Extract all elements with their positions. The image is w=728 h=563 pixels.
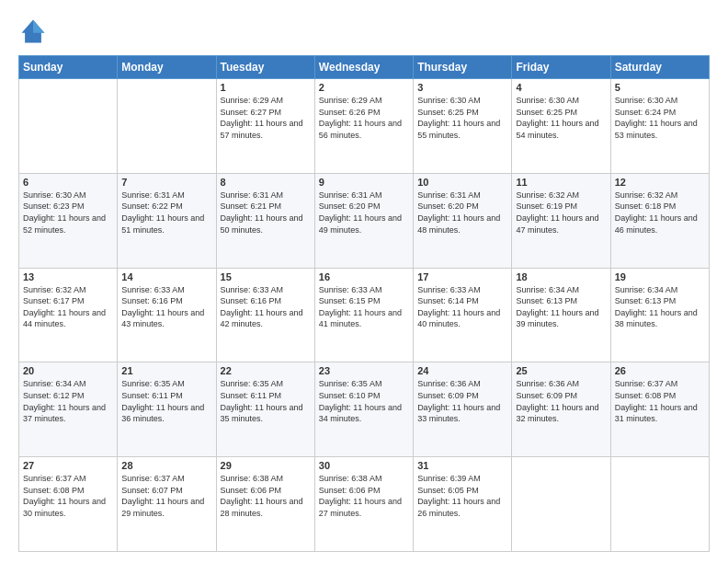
day-number: 3 <box>417 82 507 93</box>
calendar-cell <box>610 457 709 552</box>
day-number: 31 <box>417 460 507 471</box>
daylight-text: Daylight: 11 hours and 30 minutes. <box>23 497 106 518</box>
calendar-cell: 25 Sunrise: 6:36 AM Sunset: 6:09 PM Dayl… <box>512 362 610 457</box>
sunrise-text: Sunrise: 6:32 AM <box>23 285 86 294</box>
day-number: 22 <box>221 365 311 376</box>
calendar-table: SundayMondayTuesdayWednesdayThursdayFrid… <box>18 55 710 552</box>
sunset-text: Sunset: 6:08 PM <box>615 391 677 400</box>
calendar-cell: 17 Sunrise: 6:33 AM Sunset: 6:14 PM Dayl… <box>414 268 512 362</box>
logo <box>18 17 51 46</box>
sunset-text: Sunset: 6:09 PM <box>417 391 479 400</box>
daylight-text: Daylight: 11 hours and 39 minutes. <box>516 308 598 329</box>
calendar-cell: 8 Sunrise: 6:31 AM Sunset: 6:21 PM Dayli… <box>216 173 314 268</box>
sunrise-text: Sunrise: 6:30 AM <box>23 190 86 200</box>
calendar-week-row: 20 Sunrise: 6:34 AM Sunset: 6:12 PM Dayl… <box>19 362 710 457</box>
day-number: 1 <box>221 82 311 93</box>
day-number: 10 <box>417 177 507 188</box>
day-info: Sunrise: 6:35 AM Sunset: 6:11 PM Dayligh… <box>121 378 211 424</box>
daylight-text: Daylight: 11 hours and 28 minutes. <box>221 497 303 518</box>
sunset-text: Sunset: 6:23 PM <box>23 201 85 211</box>
day-info: Sunrise: 6:30 AM Sunset: 6:23 PM Dayligh… <box>23 190 113 236</box>
calendar-cell: 26 Sunrise: 6:37 AM Sunset: 6:08 PM Dayl… <box>610 362 709 457</box>
calendar-week-row: 13 Sunrise: 6:32 AM Sunset: 6:17 PM Dayl… <box>19 268 710 362</box>
daylight-text: Daylight: 11 hours and 47 minutes. <box>516 213 598 235</box>
daylight-text: Daylight: 11 hours and 41 minutes. <box>319 308 402 329</box>
weekday-header: Friday <box>512 56 610 79</box>
daylight-text: Daylight: 11 hours and 29 minutes. <box>121 497 204 518</box>
day-number: 12 <box>615 177 705 188</box>
calendar-cell: 14 Sunrise: 6:33 AM Sunset: 6:16 PM Dayl… <box>118 268 216 362</box>
calendar-cell: 20 Sunrise: 6:34 AM Sunset: 6:12 PM Dayl… <box>19 362 118 457</box>
day-info: Sunrise: 6:37 AM Sunset: 6:08 PM Dayligh… <box>615 378 705 424</box>
sunrise-text: Sunrise: 6:31 AM <box>417 190 481 200</box>
day-info: Sunrise: 6:31 AM Sunset: 6:22 PM Dayligh… <box>121 190 211 236</box>
weekday-header: Monday <box>118 56 216 79</box>
day-info: Sunrise: 6:33 AM Sunset: 6:16 PM Dayligh… <box>221 284 311 330</box>
day-number: 7 <box>121 177 211 188</box>
calendar-cell: 28 Sunrise: 6:37 AM Sunset: 6:07 PM Dayl… <box>118 457 216 552</box>
weekday-header: Tuesday <box>216 56 314 79</box>
sunrise-text: Sunrise: 6:30 AM <box>417 96 481 105</box>
calendar-week-row: 1 Sunrise: 6:29 AM Sunset: 6:27 PM Dayli… <box>19 79 710 174</box>
sunset-text: Sunset: 6:20 PM <box>319 201 381 211</box>
day-info: Sunrise: 6:31 AM Sunset: 6:21 PM Dayligh… <box>221 190 311 236</box>
sunset-text: Sunset: 6:17 PM <box>23 296 85 305</box>
sunrise-text: Sunrise: 6:34 AM <box>516 285 579 294</box>
day-number: 18 <box>516 271 606 282</box>
sunrise-text: Sunrise: 6:36 AM <box>516 379 579 388</box>
weekday-header: Thursday <box>414 56 512 79</box>
calendar-cell: 3 Sunrise: 6:30 AM Sunset: 6:25 PM Dayli… <box>414 79 512 174</box>
sunset-text: Sunset: 6:18 PM <box>615 201 677 211</box>
sunset-text: Sunset: 6:05 PM <box>417 486 479 495</box>
logo-icon <box>18 17 48 46</box>
day-info: Sunrise: 6:35 AM Sunset: 6:10 PM Dayligh… <box>319 378 409 424</box>
sunrise-text: Sunrise: 6:38 AM <box>319 474 382 483</box>
sunset-text: Sunset: 6:25 PM <box>516 108 577 117</box>
daylight-text: Daylight: 11 hours and 36 minutes. <box>121 403 204 424</box>
daylight-text: Daylight: 11 hours and 48 minutes. <box>417 213 500 235</box>
calendar-cell: 5 Sunrise: 6:30 AM Sunset: 6:24 PM Dayli… <box>610 79 709 174</box>
sunset-text: Sunset: 6:14 PM <box>417 296 479 305</box>
calendar-cell: 12 Sunrise: 6:32 AM Sunset: 6:18 PM Dayl… <box>610 173 709 268</box>
day-number: 2 <box>319 82 409 93</box>
day-info: Sunrise: 6:34 AM Sunset: 6:13 PM Dayligh… <box>516 284 606 330</box>
sunset-text: Sunset: 6:16 PM <box>121 296 183 305</box>
sunrise-text: Sunrise: 6:31 AM <box>121 190 185 200</box>
calendar-cell: 18 Sunrise: 6:34 AM Sunset: 6:13 PM Dayl… <box>512 268 610 362</box>
calendar-cell: 21 Sunrise: 6:35 AM Sunset: 6:11 PM Dayl… <box>118 362 216 457</box>
day-number: 11 <box>516 177 606 188</box>
daylight-text: Daylight: 11 hours and 32 minutes. <box>516 403 598 424</box>
day-info: Sunrise: 6:38 AM Sunset: 6:06 PM Dayligh… <box>319 473 409 519</box>
day-number: 25 <box>516 365 606 376</box>
day-info: Sunrise: 6:31 AM Sunset: 6:20 PM Dayligh… <box>319 190 409 236</box>
sunrise-text: Sunrise: 6:33 AM <box>121 285 185 294</box>
calendar-cell <box>512 457 610 552</box>
sunset-text: Sunset: 6:12 PM <box>23 391 85 400</box>
calendar-cell: 6 Sunrise: 6:30 AM Sunset: 6:23 PM Dayli… <box>19 173 118 268</box>
daylight-text: Daylight: 11 hours and 50 minutes. <box>221 213 303 235</box>
daylight-text: Daylight: 11 hours and 44 minutes. <box>23 308 106 329</box>
calendar-cell: 29 Sunrise: 6:38 AM Sunset: 6:06 PM Dayl… <box>216 457 314 552</box>
daylight-text: Daylight: 11 hours and 42 minutes. <box>221 308 303 329</box>
daylight-text: Daylight: 11 hours and 40 minutes. <box>417 308 500 329</box>
sunrise-text: Sunrise: 6:37 AM <box>615 379 678 388</box>
daylight-text: Daylight: 11 hours and 55 minutes. <box>417 119 500 140</box>
day-number: 17 <box>417 271 507 282</box>
day-info: Sunrise: 6:36 AM Sunset: 6:09 PM Dayligh… <box>516 378 606 424</box>
day-info: Sunrise: 6:33 AM Sunset: 6:15 PM Dayligh… <box>319 284 409 330</box>
sunrise-text: Sunrise: 6:35 AM <box>121 379 185 388</box>
day-info: Sunrise: 6:31 AM Sunset: 6:20 PM Dayligh… <box>417 190 507 236</box>
sunrise-text: Sunrise: 6:32 AM <box>516 190 579 200</box>
day-number: 15 <box>221 271 311 282</box>
sunset-text: Sunset: 6:10 PM <box>319 391 381 400</box>
calendar-cell: 16 Sunrise: 6:33 AM Sunset: 6:15 PM Dayl… <box>314 268 413 362</box>
sunset-text: Sunset: 6:13 PM <box>615 296 677 305</box>
day-number: 26 <box>615 365 705 376</box>
weekday-header: Sunday <box>19 56 118 79</box>
calendar-cell: 22 Sunrise: 6:35 AM Sunset: 6:11 PM Dayl… <box>216 362 314 457</box>
sunrise-text: Sunrise: 6:37 AM <box>23 474 86 483</box>
calendar-cell: 27 Sunrise: 6:37 AM Sunset: 6:08 PM Dayl… <box>19 457 118 552</box>
sunrise-text: Sunrise: 6:29 AM <box>221 96 284 105</box>
daylight-text: Daylight: 11 hours and 43 minutes. <box>121 308 204 329</box>
sunset-text: Sunset: 6:08 PM <box>23 486 85 495</box>
